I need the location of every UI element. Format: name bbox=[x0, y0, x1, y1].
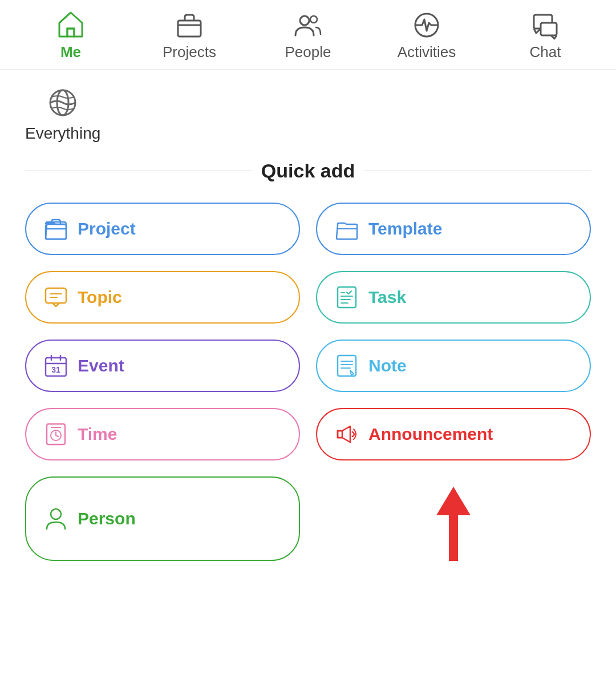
quick-add-divider: Quick add bbox=[25, 160, 591, 182]
note-button[interactable]: Note bbox=[316, 340, 591, 392]
nav-people[interactable]: People bbox=[274, 10, 342, 61]
svg-rect-9 bbox=[46, 224, 66, 239]
template-button[interactable]: Template bbox=[316, 203, 591, 255]
arrow-cell bbox=[316, 476, 591, 561]
person-label: Person bbox=[78, 509, 136, 528]
projects-label: Projects bbox=[163, 43, 216, 61]
last-row: Person bbox=[25, 476, 591, 561]
people-label: People bbox=[285, 43, 331, 61]
announcement-icon bbox=[334, 422, 359, 447]
time-button[interactable]: Time bbox=[25, 408, 300, 460]
event-icon: 31 bbox=[43, 353, 68, 378]
quick-add-section: Quick add Project Template bbox=[0, 148, 616, 561]
topic-icon bbox=[43, 285, 68, 310]
announcement-label: Announcement bbox=[368, 425, 493, 444]
person-icon bbox=[43, 506, 68, 531]
svg-rect-1 bbox=[178, 21, 201, 37]
nav-projects[interactable]: Projects bbox=[155, 10, 224, 61]
note-label: Note bbox=[368, 356, 407, 375]
topic-label: Topic bbox=[78, 288, 122, 307]
everything-row: Everything bbox=[0, 70, 616, 148]
svg-point-17 bbox=[51, 509, 61, 519]
me-icon bbox=[56, 10, 86, 40]
svg-rect-11 bbox=[338, 287, 356, 308]
activities-icon bbox=[412, 10, 441, 40]
svg-point-2 bbox=[300, 16, 309, 25]
project-button[interactable]: Project bbox=[25, 203, 300, 255]
people-icon bbox=[293, 10, 323, 40]
template-label: Template bbox=[368, 219, 442, 239]
event-button[interactable]: 31 Event bbox=[25, 340, 300, 392]
task-icon bbox=[334, 285, 359, 310]
time-label: Time bbox=[78, 425, 117, 444]
me-label: Me bbox=[60, 43, 81, 61]
event-label: Event bbox=[78, 356, 124, 375]
project-icon bbox=[43, 216, 68, 241]
task-label: Task bbox=[368, 288, 406, 307]
note-icon bbox=[334, 353, 359, 378]
task-button[interactable]: Task bbox=[316, 271, 591, 324]
person-button[interactable]: Person bbox=[25, 476, 300, 561]
nav-chat[interactable]: Chat bbox=[511, 10, 579, 61]
arrow-head bbox=[436, 487, 471, 515]
projects-icon bbox=[175, 10, 204, 40]
top-navigation: Me Projects People Activities bbox=[0, 0, 616, 70]
activities-label: Activities bbox=[398, 43, 456, 61]
everything-item[interactable]: Everything bbox=[25, 86, 100, 143]
nav-me[interactable]: Me bbox=[37, 10, 105, 61]
quick-add-title: Quick add bbox=[261, 160, 355, 182]
nav-activities[interactable]: Activities bbox=[392, 10, 461, 61]
svg-rect-6 bbox=[541, 23, 557, 35]
chat-label: Chat bbox=[530, 43, 561, 61]
topic-button[interactable]: Topic bbox=[25, 271, 300, 324]
everything-globe-icon bbox=[46, 86, 80, 120]
template-icon bbox=[334, 216, 359, 241]
time-icon bbox=[43, 422, 68, 447]
svg-rect-10 bbox=[46, 288, 66, 303]
project-label: Project bbox=[78, 219, 136, 239]
svg-text:31: 31 bbox=[51, 365, 60, 374]
red-arrow bbox=[436, 488, 471, 561]
arrow-shaft bbox=[449, 515, 458, 561]
svg-point-3 bbox=[310, 16, 317, 23]
quick-add-grid: Project Template Topic bbox=[25, 203, 591, 460]
announcement-button[interactable]: Announcement bbox=[316, 408, 591, 460]
svg-rect-0 bbox=[67, 29, 74, 37]
chat-icon bbox=[530, 10, 560, 40]
everything-label: Everything bbox=[25, 124, 100, 143]
